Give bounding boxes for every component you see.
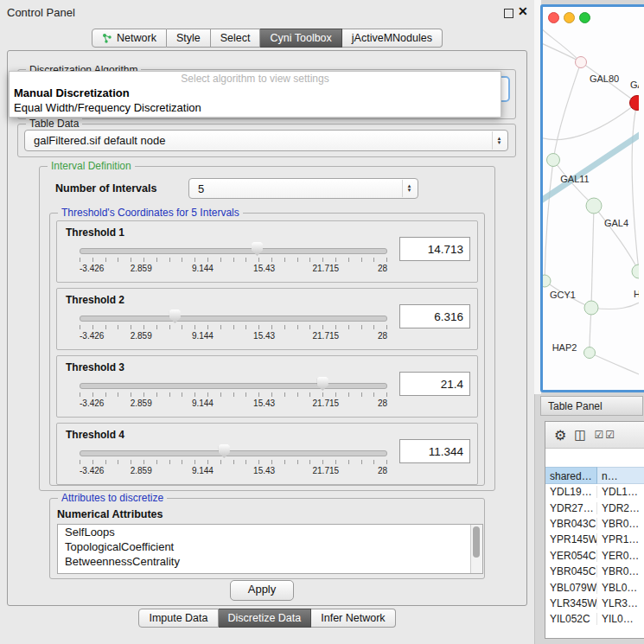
tab-style[interactable]: Style (167, 29, 211, 48)
mac-minimize-icon[interactable] (564, 12, 575, 23)
slider-ticks (80, 392, 387, 397)
tab-network[interactable]: Network (92, 29, 167, 48)
table-data-combo[interactable]: galFiltered.sif default node ▲▼ (24, 130, 508, 151)
threshold-2-label: Threshold 2 (66, 294, 124, 306)
float-window-icon[interactable] (504, 9, 513, 18)
threshold-2-box: Threshold 2 -3.426 2.859 9.144 15.43 21.… (56, 288, 478, 350)
node-label: GAL11 (560, 174, 589, 184)
node[interactable] (584, 348, 596, 359)
node[interactable] (586, 198, 602, 214)
tab-infer-network[interactable]: Infer Network (311, 609, 395, 628)
thresholds-group: Threshold 1 -3.426 2.859 9.144 15.43 21.… (49, 213, 485, 486)
node[interactable] (576, 57, 587, 68)
column-header-shared-name[interactable]: shared… (545, 467, 597, 484)
select-none-icon[interactable]: ☑ (605, 429, 615, 441)
tab-jactivemnodules[interactable]: jActiveMNodules (342, 29, 443, 48)
num-intervals-label: Number of Intervals (55, 182, 156, 194)
threshold-3-value-field[interactable]: 21.4 (399, 372, 470, 396)
scale-label: 21.715 (313, 399, 340, 408)
scale-label: 28 (378, 331, 387, 341)
stepper-icon: ▲▼ (402, 180, 416, 197)
tab-cyni-toolbox[interactable]: Cyni Toolbox (260, 29, 341, 48)
table-row[interactable]: YDR27…YDR2… (545, 500, 644, 515)
tab-select[interactable]: Select (211, 29, 261, 48)
algorithm-dropdown: Select algorithm to view settings Manual… (9, 71, 501, 118)
column-header-name[interactable]: n… (597, 467, 644, 484)
threshold-1-label: Threshold 1 (66, 226, 124, 239)
table-row[interactable]: YPR145WYPR1… (545, 532, 644, 547)
slider-ticks (80, 258, 387, 262)
table-row[interactable]: YDL19…YDL1… (545, 484, 644, 500)
select-all-icon[interactable]: ☑ (595, 429, 604, 441)
scale-label: 15.43 (253, 264, 275, 273)
table-panel-header[interactable]: Table Panel (540, 396, 643, 416)
table-row[interactable]: YLR345WYLR3… (545, 596, 644, 611)
scale-label: -3.426 (80, 264, 104, 273)
close-icon[interactable]: ✕ (518, 4, 528, 18)
thresholds-group-label: Threshold's Coordinates for 5 Intervals (58, 207, 243, 219)
node-label: HAP2 (552, 342, 577, 353)
list-item[interactable]: SelfLoops (58, 525, 482, 539)
thick-edge (543, 133, 639, 204)
num-intervals-combo[interactable]: 5 ▲▼ (188, 178, 418, 199)
threshold-2-slider[interactable]: -3.426 2.859 9.144 15.43 21.715 28 (80, 309, 387, 342)
apply-button[interactable]: Apply (230, 580, 294, 601)
table-panel-title: Table Panel (548, 400, 603, 412)
network-icon (102, 33, 112, 43)
dropdown-placeholder: Select algorithm to view settings (10, 72, 501, 86)
columns-icon[interactable]: ◫ (574, 427, 586, 443)
threshold-2-value-field[interactable]: 6.316 (399, 304, 470, 328)
scale-label: 21.715 (313, 331, 340, 341)
scale-label: 9.144 (192, 399, 214, 408)
scale-label: 15.43 (253, 466, 275, 475)
scale-label: 15.43 (253, 399, 275, 408)
bottom-tab-bar: Impute Data Discretize Data Infer Networ… (0, 609, 534, 628)
panel-title: Control Panel (7, 6, 75, 19)
table-header-row: shared… n… (545, 467, 644, 484)
gear-icon[interactable]: ⚙ (554, 427, 566, 443)
table-row[interactable]: YBL079WYBL0… (545, 579, 644, 595)
tab-impute-data[interactable]: Impute Data (138, 609, 218, 628)
num-intervals-value: 5 (198, 179, 204, 198)
list-item[interactable]: BetweennessCentrality (58, 554, 482, 569)
scale-label: 9.144 (192, 466, 214, 475)
dropdown-option-manual[interactable]: Manual Discretization (10, 86, 501, 100)
attributes-scrollbar[interactable] (470, 525, 482, 573)
node[interactable] (547, 154, 560, 167)
tab-discretize-data[interactable]: Discretize Data (219, 609, 312, 628)
table-data-selected: galFiltered.sif default node (34, 131, 165, 150)
threshold-1-value-field[interactable]: 14.713 (399, 237, 470, 261)
threshold-4-slider[interactable]: -3.426 2.859 9.144 15.43 21.715 28 (80, 444, 387, 477)
table-row[interactable]: YBR043CYBR0… (545, 516, 644, 532)
slider-track[interactable] (80, 383, 387, 389)
scrollbar-thumb[interactable] (473, 526, 480, 558)
threshold-4-box: Threshold 4 -3.426 2.859 9.144 15.43 21.… (56, 423, 478, 485)
list-item[interactable]: TopologicalCoefficient (58, 539, 482, 554)
table-row[interactable]: YBR045CYBR0… (545, 564, 644, 579)
attributes-list: SelfLoops TopologicalCoefficient Between… (57, 524, 483, 574)
threshold-4-value-field[interactable]: 11.344 (399, 439, 470, 463)
numerical-attributes-label: Numerical Attributes (57, 508, 163, 520)
mac-zoom-icon[interactable] (579, 12, 590, 23)
threshold-1-slider[interactable]: -3.426 2.859 9.144 15.43 21.715 28 (80, 242, 387, 275)
node-label: GA (630, 80, 639, 90)
slider-track[interactable] (80, 316, 387, 322)
node-label: GCY1 (550, 290, 576, 300)
threshold-3-slider[interactable]: -3.426 2.859 9.144 15.43 21.715 28 (80, 377, 387, 410)
mac-close-icon[interactable] (548, 12, 559, 23)
node[interactable] (632, 265, 639, 278)
node[interactable] (584, 301, 598, 315)
scale-label: 21.715 (313, 466, 340, 475)
table-row[interactable]: YER054CYER0… (545, 548, 644, 564)
scale-label: -3.426 (80, 466, 104, 475)
network-canvas[interactable]: GAL80 GAL11 GAL4 GCY1 HAP2 GA H (543, 7, 639, 385)
table-row[interactable]: YIL052CYIL0… (545, 611, 644, 627)
slider-track[interactable] (80, 450, 387, 456)
table-data-group-label: Table Data (26, 118, 82, 130)
dropdown-option-equal-width[interactable]: Equal Width/Frequency Discretization (10, 100, 501, 115)
slider-track[interactable] (80, 248, 387, 254)
node[interactable] (543, 275, 551, 287)
table-panel-window: ⚙ ◫ ☑ ☑ shared… n… YDL19…YDL1… YDR27…YDR… (545, 421, 644, 639)
scale-label: -3.426 (80, 399, 104, 408)
scale-label: 9.144 (192, 331, 214, 341)
